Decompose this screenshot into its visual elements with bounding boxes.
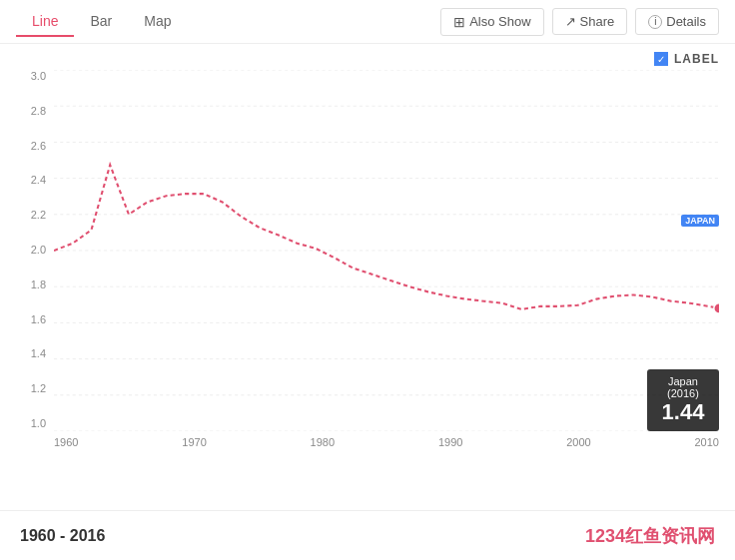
also-show-button[interactable]: ⊞ Also Show [440,8,543,36]
y-axis: 3.0 2.8 2.6 2.4 2.2 2.0 1.8 1.6 1.4 1.2 … [16,70,51,429]
share-button[interactable]: ↗ Share [552,8,628,35]
tooltip: Japan (2016) 1.44 [647,369,719,431]
share-icon: ↗ [565,14,576,29]
label-text: LABEL [674,52,719,66]
y-label-26: 2.6 [31,140,46,152]
y-label-24: 2.4 [31,174,46,186]
x-label-1980: 1980 [311,436,335,448]
label-checkbox[interactable] [654,52,668,66]
y-label-30: 3.0 [31,70,46,82]
footer: 1960 - 2016 1234红鱼资讯网 [0,510,735,560]
svg-point-11 [714,303,719,313]
chart-container: 3.0 2.8 2.6 2.4 2.2 2.0 1.8 1.6 1.4 1.2 … [16,70,719,459]
chart-inner: JAPAN Japan (2016) 1.44 [54,70,719,431]
x-label-2000: 2000 [566,436,590,448]
y-label-18: 1.8 [31,279,46,290]
x-label-2010: 2010 [694,436,718,448]
y-label-16: 1.6 [31,313,46,325]
details-icon: i [648,15,662,29]
tab-bar[interactable]: Bar [74,7,128,37]
x-label-1990: 1990 [438,436,462,448]
tooltip-year: (2016) [657,387,709,399]
tab-line[interactable]: Line [16,7,74,37]
y-label-12: 1.2 [31,382,46,394]
y-label-14: 1.4 [31,347,46,359]
y-label-28: 2.8 [31,105,46,117]
y-label-22: 2.2 [31,209,46,221]
watermark: 1234红鱼资讯网 [585,524,715,548]
label-row: LABEL [16,52,719,66]
y-label-20: 2.0 [31,244,46,256]
tooltip-country: Japan [657,375,709,387]
tab-map[interactable]: Map [128,7,187,37]
tooltip-value: 1.44 [657,399,709,425]
x-label-1960: 1960 [54,436,78,448]
x-label-1970: 1970 [182,436,206,448]
header: Line Bar Map ⊞ Also Show ↗ Share i Detai… [0,0,735,44]
year-range: 1960 - 2016 [20,527,105,545]
also-show-icon: ⊞ [453,14,465,30]
details-button[interactable]: i Details [635,8,719,35]
chart-area: LABEL 3.0 2.8 2.6 2.4 2.2 2.0 1.8 1.6 1.… [0,44,735,508]
y-label-10: 1.0 [31,417,46,429]
japan-label: JAPAN [681,215,719,227]
header-actions: ⊞ Also Show ↗ Share i Details [440,8,719,36]
tabs: Line Bar Map [16,7,188,37]
x-axis: 1960 1970 1980 1990 2000 2010 [54,431,719,459]
